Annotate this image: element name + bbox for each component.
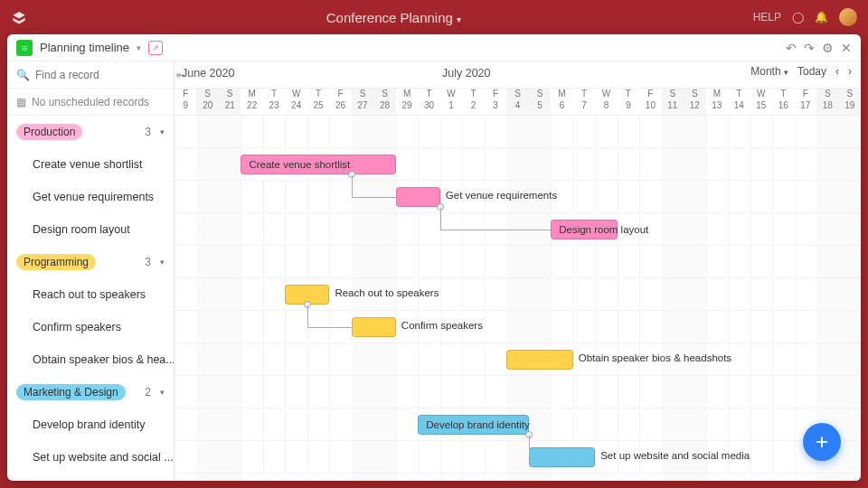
task-row[interactable]: Design room layout <box>7 213 174 246</box>
month-label-1: June 2020 <box>182 67 234 80</box>
day-column: M13 <box>706 89 728 115</box>
day-column: W15 <box>750 89 772 115</box>
day-column: S18 <box>816 89 838 115</box>
timeline-header: June 2020 July 2020 Month ▾ Today ‹ › <box>175 61 861 89</box>
day-column: S4 <box>506 89 528 115</box>
add-button[interactable]: + <box>803 423 841 461</box>
search-icon: 🔍 <box>16 69 30 81</box>
prev-button[interactable]: ‹ <box>835 65 839 78</box>
timeline-area[interactable]: June 2020 July 2020 Month ▾ Today ‹ › F9… <box>175 61 861 481</box>
month-label-2: July 2020 <box>442 67 491 80</box>
day-column: F17 <box>795 89 816 115</box>
task-row[interactable]: Get venue requirements <box>7 181 174 213</box>
day-column: W8 <box>595 89 617 115</box>
timeline-bar[interactable]: Design room layout <box>551 220 617 239</box>
app-topbar: Conference Planning▾ HELP ◯ 🔔 <box>0 0 868 34</box>
view-name[interactable]: Planning timeline <box>40 41 129 54</box>
timeline-bar[interactable]: Develop brand identity <box>418 415 528 435</box>
grid-icon: ▦ <box>16 96 26 108</box>
chevron-down-icon: ▾ <box>160 127 165 136</box>
group-header[interactable]: Marketing & Design2▾ <box>7 376 174 408</box>
timeline-view-icon: ≡ <box>16 40 33 56</box>
gear-icon[interactable]: ⚙ <box>822 41 834 55</box>
day-column: S27 <box>352 89 373 115</box>
timeline-bar[interactable] <box>352 317 396 337</box>
day-column: M6 <box>551 89 572 115</box>
day-column: W1 <box>440 89 462 115</box>
timeline-panel: ≡ Planning timeline ▾ ↗ ↶ ↷ ⚙ ✕ 🔍 ⇤ ▦ No… <box>7 34 861 481</box>
find-record[interactable]: 🔍 ⇤ <box>7 61 174 89</box>
timeline-bar[interactable] <box>529 447 595 467</box>
day-column: T16 <box>772 89 794 115</box>
view-bar: ≡ Planning timeline ▾ ↗ ↶ ↷ ⚙ ✕ <box>7 34 861 61</box>
day-column: M22 <box>241 89 262 115</box>
group-header[interactable]: Production3▾ <box>7 116 174 148</box>
day-column: F10 <box>639 89 661 115</box>
find-record-input[interactable] <box>35 69 171 81</box>
today-button[interactable]: Today <box>797 65 826 78</box>
task-row[interactable]: Develop brand identity <box>7 408 174 441</box>
chevron-down-icon[interactable]: ▾ <box>137 43 141 52</box>
day-column: T2 <box>462 89 484 115</box>
day-column: F26 <box>329 89 351 115</box>
task-row[interactable]: Obtain speaker bios & hea... <box>7 343 174 376</box>
group-header[interactable]: Programming3▾ <box>7 246 174 278</box>
day-column: M29 <box>396 89 418 115</box>
day-column: T7 <box>573 89 595 115</box>
next-button[interactable]: › <box>848 65 852 78</box>
bar-label: Get venue requirements <box>446 190 557 201</box>
day-column: F3 <box>485 89 506 115</box>
close-icon[interactable]: ✕ <box>841 41 852 55</box>
app-logo-icon <box>11 9 27 25</box>
avatar[interactable] <box>839 8 857 26</box>
unscheduled-row[interactable]: ▦ No unscheduled records <box>7 89 174 116</box>
chevron-down-icon: ▾ <box>784 68 788 77</box>
chevron-down-icon: ▾ <box>457 14 461 24</box>
day-column: W24 <box>285 89 307 115</box>
day-column: S21 <box>219 89 241 115</box>
timeline-bar[interactable]: Create venue shortlist <box>241 155 395 174</box>
day-column: T9 <box>618 89 639 115</box>
sidebar: 🔍 ⇤ ▦ No unscheduled records Production3… <box>7 61 175 481</box>
day-column: T23 <box>263 89 285 115</box>
day-column: F9 <box>175 89 196 115</box>
scale-selector[interactable]: Month ▾ <box>750 65 788 78</box>
help-icon[interactable]: ◯ <box>792 11 804 23</box>
day-column: S28 <box>373 89 395 115</box>
task-row[interactable]: Reach out to speakers <box>7 278 174 311</box>
chevron-down-icon: ▾ <box>160 388 165 397</box>
timeline-bar[interactable] <box>506 350 572 370</box>
bar-label: Set up website and social media <box>600 450 750 461</box>
timeline-bar[interactable] <box>396 187 440 207</box>
popout-icon[interactable]: ↗ <box>148 41 163 55</box>
task-row[interactable]: Set up website and social ... <box>7 441 174 474</box>
task-row[interactable]: Create venue shortlist <box>7 148 174 181</box>
bell-icon[interactable]: 🔔 <box>815 11 828 23</box>
day-column: S12 <box>684 89 705 115</box>
day-column: S19 <box>839 89 861 115</box>
bar-label: Obtain speaker bios & headshots <box>579 352 731 363</box>
day-column: S20 <box>196 89 218 115</box>
bar-label: Confirm speakers <box>401 320 483 331</box>
day-header-row: F9S20S21M22T23W24T25F26S27S28M29T30W1T2F… <box>175 89 861 116</box>
day-column: T25 <box>307 89 329 115</box>
redo-icon[interactable]: ↷ <box>804 41 815 55</box>
task-row[interactable]: Confirm speakers <box>7 311 174 343</box>
chevron-down-icon: ▾ <box>160 258 165 267</box>
day-column: T30 <box>418 89 439 115</box>
undo-icon[interactable]: ↶ <box>786 41 797 55</box>
app-title[interactable]: Conference Planning▾ <box>34 10 753 25</box>
day-column: T14 <box>728 89 750 115</box>
help-link[interactable]: HELP <box>753 11 781 23</box>
day-column: S5 <box>529 89 551 115</box>
bar-label: Reach out to speakers <box>335 287 439 298</box>
day-column: S11 <box>662 89 684 115</box>
